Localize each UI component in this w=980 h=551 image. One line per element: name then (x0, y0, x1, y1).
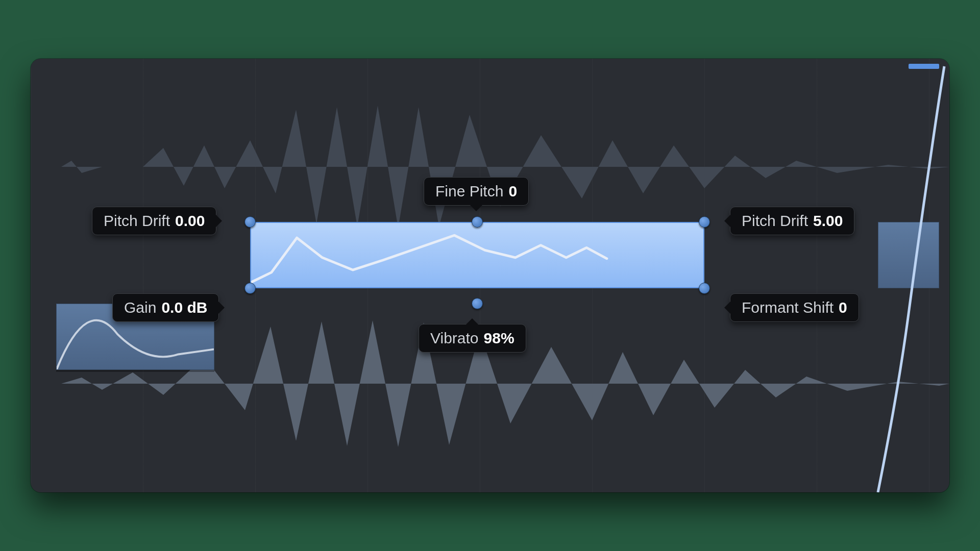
formant-shift-tooltip[interactable]: Formant Shift 0 (730, 293, 859, 322)
formant-shift-value: 0 (839, 299, 847, 316)
fine-pitch-hotspot[interactable] (472, 216, 483, 228)
pitch-drift-right-tooltip[interactable]: Pitch Drift 5.00 (730, 207, 854, 235)
flex-pitch-editor: Fine Pitch 0 Pitch Drift 0.00 Pitch Drif… (31, 59, 949, 492)
gain-label: Gain (124, 299, 156, 316)
vibrato-label: Vibrato (430, 330, 479, 347)
pitch-drift-right-hotspot[interactable] (699, 216, 710, 228)
formant-shift-label: Formant Shift (742, 299, 834, 316)
vibrato-hotspot[interactable] (472, 298, 483, 309)
pitch-drift-left-tooltip[interactable]: Pitch Drift 0.00 (92, 207, 216, 235)
fine-pitch-tooltip[interactable]: Fine Pitch 0 (424, 177, 529, 206)
gain-tooltip[interactable]: Gain 0.0 dB (112, 293, 219, 322)
fine-pitch-label: Fine Pitch (435, 183, 503, 200)
fine-pitch-value: 0 (508, 183, 517, 200)
pitch-drift-left-label: Pitch Drift (104, 212, 170, 230)
vibrato-value: 98% (484, 330, 514, 347)
selected-note-region[interactable] (250, 222, 704, 288)
formant-shift-hotspot[interactable] (699, 283, 710, 294)
note-region-next[interactable] (878, 222, 939, 288)
pitch-drift-right-label: Pitch Drift (742, 212, 808, 230)
vibrato-tooltip[interactable]: Vibrato 98% (419, 324, 526, 353)
region-marker (909, 64, 939, 69)
pitch-drift-left-value: 0.00 (175, 212, 205, 230)
gain-hotspot[interactable] (244, 283, 256, 294)
pitch-drift-right-value: 5.00 (813, 212, 843, 230)
gain-value: 0.0 dB (161, 299, 207, 316)
pitch-drift-left-hotspot[interactable] (244, 216, 256, 228)
